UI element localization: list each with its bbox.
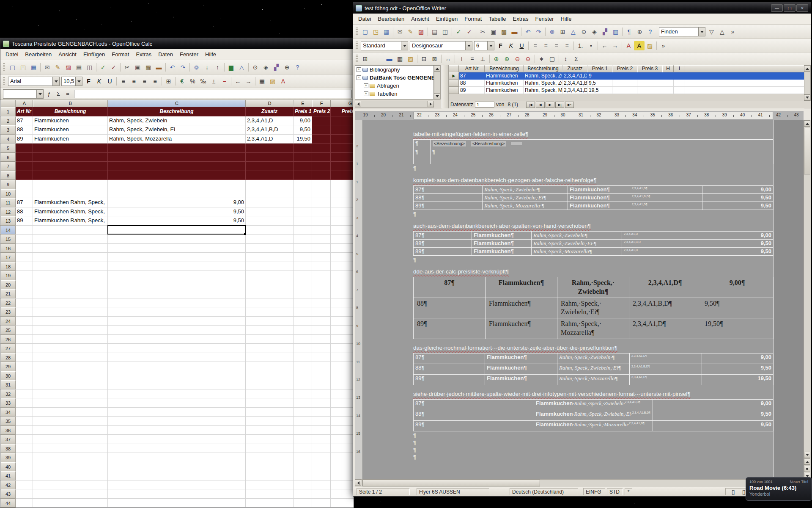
cell-G25[interactable] xyxy=(331,326,354,335)
doc-table-cell[interactable]: 87¶ xyxy=(414,232,472,240)
empty-paragraph[interactable]: ¶ xyxy=(413,454,774,460)
navigate-by-icon[interactable] xyxy=(804,466,810,472)
cell-E12[interactable] xyxy=(294,207,312,217)
cell-B32[interactable] xyxy=(33,389,108,399)
format-paintbrush-icon[interactable]: ▬ xyxy=(509,27,520,36)
ds-cell[interactable] xyxy=(637,80,662,87)
close-button[interactable]: × xyxy=(796,4,808,12)
cell-E15[interactable] xyxy=(294,235,312,244)
cell-D37[interactable] xyxy=(246,435,294,444)
doc-table-cell[interactable]: 9,00 xyxy=(653,400,774,410)
column-header-b[interactable]: B xyxy=(33,100,108,107)
cell-D43[interactable] xyxy=(246,489,294,499)
cell-D14[interactable] xyxy=(246,226,294,235)
table-properties-icon[interactable]: ▢ xyxy=(547,54,557,64)
cell-A43[interactable] xyxy=(16,489,33,499)
doc-table-cell[interactable]: 88¶ xyxy=(414,298,486,319)
row-header-5[interactable]: 5 xyxy=(0,144,16,153)
toolbar-grip[interactable] xyxy=(356,55,358,63)
doc-table-cell[interactable]: 89¶ xyxy=(414,202,483,210)
row-header-22[interactable]: 22 xyxy=(0,298,16,308)
split-cells-icon[interactable]: ⊠ xyxy=(429,54,440,64)
cell-G1[interactable]: Preis 3 xyxy=(331,107,354,116)
tree-vertical-scrollbar[interactable] xyxy=(434,65,441,99)
delete-column-icon[interactable]: ⊖ xyxy=(523,54,533,64)
tree-item-datbank-tosc-gengenbach[interactable]: -DatBank Tosc GENGENBACH xyxy=(355,74,433,82)
cell-B22[interactable] xyxy=(33,298,108,308)
increase-indent-icon[interactable]: → xyxy=(610,41,620,50)
cell-C12[interactable]: 9,50 xyxy=(108,207,246,217)
cell-B44[interactable] xyxy=(33,499,108,508)
doc-table-cell[interactable]: Flammkuchen¶ xyxy=(568,202,630,210)
cell-G31[interactable] xyxy=(331,380,354,389)
help-icon[interactable]: ? xyxy=(292,63,303,72)
formula-icon[interactable]: = xyxy=(63,90,72,98)
doc-table-cell[interactable]: 9,50 xyxy=(702,364,774,375)
cell-G9[interactable] xyxy=(331,180,354,189)
cell-F29[interactable] xyxy=(312,362,331,371)
cell-B3[interactable]: Flammkuchen xyxy=(33,125,108,135)
doc-table-cell[interactable]: 89¶ xyxy=(414,375,485,385)
cell-F32[interactable] xyxy=(312,389,331,399)
doc-table-cell[interactable]: 2,3,4,A1,B,D¶ xyxy=(630,364,702,375)
doc-table-cell[interactable]: Rahm,·Speck,·Zwiebeln¶ xyxy=(532,232,622,240)
new-document-icon[interactable]: ▢ xyxy=(360,27,370,36)
cell-D10[interactable] xyxy=(246,189,294,199)
cell-F4[interactable] xyxy=(312,135,331,144)
cell-E26[interactable] xyxy=(294,335,312,344)
doc-table-cell[interactable]: Rahm,·Speck,·Zwiebeln·¶ xyxy=(557,353,630,364)
cell-E3[interactable]: 9,50 xyxy=(294,125,312,135)
cell-F21[interactable] xyxy=(312,289,331,298)
draw-functions-icon[interactable]: △ xyxy=(568,27,579,36)
row-header-27[interactable]: 27 xyxy=(0,344,16,353)
doc-table-cell[interactable]: 87¶ xyxy=(414,186,483,194)
cell-D25[interactable] xyxy=(246,326,294,335)
cell-F38[interactable] xyxy=(312,444,331,453)
cell-B34[interactable] xyxy=(33,408,108,417)
draw-functions-icon[interactable]: △ xyxy=(236,63,247,72)
cut-icon[interactable]: ✂ xyxy=(477,27,488,36)
toolbar-grip[interactable] xyxy=(3,77,5,86)
cell-E30[interactable] xyxy=(294,371,312,381)
page-preview-icon[interactable]: ◫ xyxy=(84,63,95,72)
cell-A26[interactable] xyxy=(16,335,33,344)
doc-table-cell[interactable]: 2,3,4,A1,D xyxy=(622,232,715,240)
doc-table-cell[interactable]: 9,50 xyxy=(653,410,774,421)
writer-menu-datei[interactable]: Datei xyxy=(355,14,374,23)
cell-D6[interactable] xyxy=(246,153,294,162)
cell-C35[interactable] xyxy=(108,417,246,426)
cell-C44[interactable] xyxy=(108,499,246,508)
redo-icon[interactable]: ↷ xyxy=(533,27,544,36)
cell-B9[interactable] xyxy=(33,180,108,189)
formula-input-line[interactable] xyxy=(74,90,352,98)
cell-E6[interactable] xyxy=(294,153,312,162)
toolbar-grip[interactable] xyxy=(3,63,5,72)
cell-C19[interactable] xyxy=(108,271,246,280)
ds-cell[interactable] xyxy=(674,72,685,80)
cell-A1[interactable]: Art Nr xyxy=(16,107,33,116)
ds-cell[interactable]: Rahm, Speck, Zwi xyxy=(524,72,562,80)
cell-D9[interactable] xyxy=(246,180,294,189)
cell-E44[interactable] xyxy=(294,499,312,508)
cell-D15[interactable] xyxy=(246,235,294,244)
cell-B28[interactable] xyxy=(33,353,108,362)
writer-menu-ansicht[interactable]: Ansicht xyxy=(408,14,433,23)
cell-B42[interactable] xyxy=(33,480,108,490)
cell-A29[interactable] xyxy=(16,362,33,371)
cell-E42[interactable] xyxy=(294,480,312,490)
row-header-40[interactable]: 40 xyxy=(0,462,16,472)
database-field-chip[interactable]: <Bezeichnung> xyxy=(432,141,466,147)
cell-A42[interactable] xyxy=(16,480,33,490)
cell-A37[interactable] xyxy=(16,435,33,444)
cell-B21[interactable] xyxy=(33,289,108,298)
spellcheck-icon[interactable]: ✓ xyxy=(98,63,108,72)
toolbar-grip[interactable] xyxy=(356,41,358,50)
insert-table-icon[interactable]: ⊞ xyxy=(557,27,568,36)
cell-G5[interactable] xyxy=(331,144,354,153)
cell-G27[interactable] xyxy=(331,344,354,353)
format-paintbrush-icon[interactable]: ▬ xyxy=(154,63,164,72)
cell-F6[interactable] xyxy=(312,153,331,162)
cell-D38[interactable] xyxy=(246,444,294,453)
tree-item-tabellen[interactable]: +Tabellen xyxy=(355,90,433,98)
undo-icon[interactable]: ↶ xyxy=(167,63,178,72)
